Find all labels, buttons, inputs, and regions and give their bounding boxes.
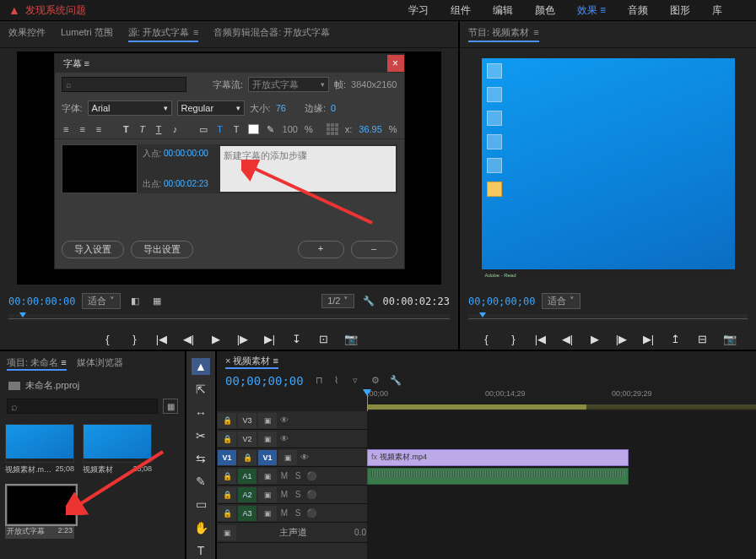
audio-clip[interactable] — [367, 468, 629, 485]
program-tab[interactable]: 节目: 视频素材 ≡ — [468, 26, 539, 42]
edge-value[interactable]: 0 — [331, 103, 336, 113]
snap-icon[interactable]: ⊓ — [316, 375, 327, 387]
italic-icon[interactable]: T — [138, 123, 147, 135]
step-fwd-icon[interactable]: |▶ — [235, 331, 251, 346]
lock-icon[interactable]: 🔒 — [218, 506, 236, 521]
nav-color[interactable]: 颜色 — [535, 3, 555, 18]
step-back-icon[interactable]: ◀| — [560, 331, 575, 346]
tab-effect-controls[interactable]: 效果控件 — [8, 26, 46, 42]
ripple-tool-icon[interactable]: ↔ — [192, 404, 210, 421]
step-back-icon[interactable]: ◀| — [181, 331, 197, 346]
nav-assembly[interactable]: 组件 — [451, 3, 471, 18]
src-patch[interactable]: V1 — [218, 450, 236, 465]
caption-search[interactable] — [62, 77, 186, 92]
timeline-body[interactable]: fx视频素材.mp4 — [367, 411, 756, 559]
track-v1[interactable]: V1 🔒 V1 ▣ 👁 — [217, 448, 367, 467]
lock-icon[interactable]: 🔒 — [218, 487, 236, 502]
bin-item-selected[interactable]: 开放式字幕2:23 — [5, 484, 74, 539]
track-tag[interactable]: V3 — [238, 413, 256, 428]
export-settings-button[interactable]: 导出设置 — [131, 241, 193, 258]
wrench-icon[interactable]: 🔧 — [390, 375, 402, 387]
lock-icon[interactable]: 🔒 — [238, 450, 256, 465]
extract-icon[interactable]: ⊟ — [695, 331, 710, 346]
mute-icon[interactable]: M — [278, 471, 291, 480]
settings-icon[interactable]: ⚙ — [371, 375, 383, 387]
slip-tool-icon[interactable]: ⇆ — [192, 450, 210, 467]
src-playhead[interactable] — [17, 312, 25, 324]
timeline-ruler[interactable]: ;00;00 00;00;14;29 00;00;29;29 — [367, 389, 756, 411]
eye-icon[interactable]: 👁 — [298, 453, 311, 462]
go-in-icon[interactable]: |◀ — [154, 331, 170, 346]
mark-in-icon[interactable]: { — [479, 331, 494, 346]
play-icon[interactable]: ▶ — [587, 331, 602, 346]
rect-tool-icon[interactable]: ▭ — [192, 496, 210, 513]
rec-icon[interactable]: ⚫ — [305, 490, 318, 499]
go-in-icon[interactable]: |◀ — [533, 331, 548, 346]
bold-icon[interactable]: T — [122, 123, 131, 135]
track-a2[interactable]: 🔒 A2 ▣ M S ⚫ — [217, 486, 367, 504]
track-a1[interactable]: 🔒 A1 ▣ M S ⚫ — [217, 467, 367, 486]
mark-in-icon[interactable]: { — [100, 331, 116, 346]
src-scale-drop[interactable]: 1/2 — [321, 294, 354, 308]
toggle-output-icon[interactable]: ▣ — [258, 413, 277, 428]
track-tag[interactable]: A1 — [238, 469, 256, 484]
eye-icon[interactable]: 👁 — [278, 434, 291, 443]
text-color-icon[interactable]: T — [215, 123, 224, 135]
timeline-tab[interactable]: × 视频素材 ≡ — [225, 355, 278, 369]
nav-library[interactable]: 库 — [712, 3, 722, 18]
go-out-icon[interactable]: ▶| — [641, 331, 656, 346]
settings-icon[interactable]: 🔧 — [361, 296, 376, 307]
font-dropdown[interactable]: Arial — [88, 100, 172, 116]
toggle-output-icon[interactable]: ▣ — [278, 450, 297, 465]
caption-entry[interactable]: 入点: 00:00:00:00 出点: 00:00:02:23 新建字幕的添加步… — [62, 144, 397, 193]
pen-tool-icon[interactable]: ✎ — [192, 473, 210, 490]
track-a3[interactable]: 🔒 A3 ▣ M S ⚫ — [217, 504, 367, 523]
half-res-icon[interactable]: ◧ — [127, 296, 143, 307]
tab-audio-mixer[interactable]: 音频剪辑混合器: 开放式字幕 — [213, 26, 330, 42]
grid-icon[interactable]: ▦ — [149, 296, 165, 307]
src-ruler[interactable] — [8, 314, 450, 324]
outline-icon[interactable]: T — [231, 123, 240, 135]
mark-out-icon[interactable]: } — [127, 331, 143, 346]
export-frame-icon[interactable]: 📷 — [343, 331, 359, 346]
nav-audio[interactable]: 音频 — [628, 3, 648, 18]
nav-effects[interactable]: 效果 — [577, 3, 606, 18]
work-area-bar[interactable] — [367, 404, 586, 410]
add-caption-button[interactable]: + — [298, 241, 344, 258]
overwrite-icon[interactable]: ⊡ — [316, 331, 332, 346]
prog-playhead[interactable] — [477, 312, 485, 324]
selection-tool-icon[interactable]: ▲ — [192, 358, 210, 375]
xpos-value[interactable]: 36.95 — [359, 124, 382, 134]
track-select-tool-icon[interactable]: ⇱ — [192, 381, 210, 398]
src-tc-left[interactable]: 00:00:00:00 — [8, 296, 75, 307]
prog-fit-drop[interactable]: 适合 — [542, 293, 580, 309]
out-tc[interactable]: 00:00:02:23 — [164, 179, 208, 188]
type-tool-icon[interactable]: T — [192, 542, 210, 559]
track-v3[interactable]: 🔒 V3 ▣ 👁 — [217, 411, 367, 430]
toggle-output-icon[interactable]: ▣ — [258, 469, 277, 484]
src-fit-drop[interactable]: 适合 — [82, 293, 120, 309]
nav-learn[interactable]: 学习 — [408, 3, 429, 18]
bin-item[interactable]: 视频素材.m…25;08 — [5, 424, 74, 475]
mute-icon[interactable]: M — [278, 490, 291, 499]
size-value[interactable]: 76 — [276, 103, 286, 113]
align-center-icon[interactable]: ≡ — [78, 123, 87, 135]
weight-dropdown[interactable]: Regular — [177, 100, 245, 116]
remove-caption-button[interactable]: – — [351, 241, 397, 258]
import-settings-button[interactable]: 导入设置 — [62, 241, 124, 258]
color-swatch[interactable] — [248, 124, 259, 134]
project-tab[interactable]: 项目: 未命名 ≡ — [7, 356, 67, 371]
toggle-output-icon[interactable]: ▣ — [258, 487, 277, 502]
go-out-icon[interactable]: ▶| — [262, 331, 278, 346]
in-tc[interactable]: 00:00:00:00 — [164, 149, 208, 158]
track-tag[interactable]: V1 — [258, 450, 277, 465]
media-browser-tab[interactable]: 媒体浏览器 — [77, 356, 123, 371]
mute-icon[interactable]: M — [278, 508, 291, 518]
play-icon[interactable]: ▶ — [208, 331, 224, 346]
underline-icon[interactable]: T — [154, 123, 163, 135]
track-v2[interactable]: 🔒 V2 ▣ 👁 — [217, 430, 367, 448]
close-icon[interactable]: × — [387, 55, 404, 72]
eye-icon[interactable]: 👁 — [278, 415, 291, 425]
link-icon[interactable]: ⌇ — [334, 375, 346, 387]
solo-icon[interactable]: S — [291, 471, 305, 480]
